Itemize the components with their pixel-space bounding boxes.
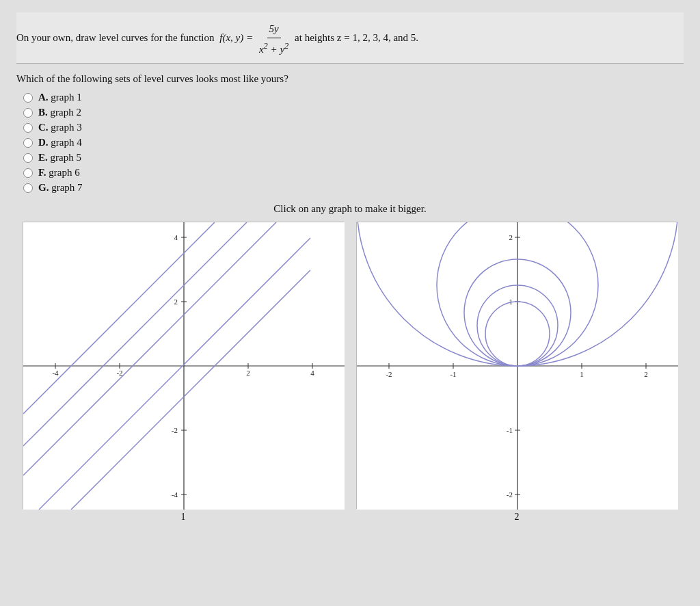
instruction-block: On your own, draw level curves for the f…	[16, 12, 684, 64]
svg-text:4: 4	[174, 233, 178, 241]
option-label-A: A. graph 1	[38, 92, 82, 103]
svg-text:-4: -4	[172, 490, 178, 499]
svg-text:-4: -4	[52, 369, 59, 377]
question-text: Which of the following sets of level cur…	[16, 73, 684, 85]
graphs-row: -4 -2 2 4 4 2 -2	[16, 222, 684, 523]
option-D[interactable]: D. graph 4	[23, 137, 684, 148]
graph2-wrapper: -2 -1 1 2 2 1 -1	[356, 222, 677, 523]
instruction-suffix: at heights z = 1, 2, 3, 4, and 5.	[295, 32, 418, 43]
option-label-D: D. graph 4	[38, 137, 82, 148]
graph1-container[interactable]: -4 -2 2 4 4 2 -2	[23, 222, 344, 509]
option-E[interactable]: E. graph 5	[23, 152, 684, 163]
radio-D[interactable]	[23, 138, 33, 148]
radio-B[interactable]	[23, 108, 33, 118]
click-instruction: Click on any graph to make it bigger.	[16, 203, 684, 215]
numerator: 5y	[267, 21, 281, 38]
radio-A[interactable]	[23, 93, 33, 103]
options-list: A. graph 1 B. graph 2 C. graph 3 D. grap…	[16, 92, 684, 194]
option-A[interactable]: A. graph 1	[23, 92, 684, 103]
svg-text:-2: -2	[386, 370, 392, 378]
radio-C[interactable]	[23, 123, 33, 133]
svg-text:2: 2	[644, 370, 648, 378]
graph2-container[interactable]: -2 -1 1 2 2 1 -1	[356, 222, 677, 509]
graph1-svg: -4 -2 2 4 4 2 -2	[23, 222, 345, 510]
graph1-label: 1	[23, 512, 344, 523]
graph2-svg: -2 -1 1 2 2 1 -1	[357, 222, 678, 510]
option-F[interactable]: F. graph 6	[23, 167, 684, 179]
option-label-B: B. graph 2	[38, 107, 81, 118]
svg-text:-2: -2	[172, 426, 178, 434]
svg-text:1: 1	[580, 370, 584, 378]
option-B[interactable]: B. graph 2	[23, 107, 684, 118]
svg-text:2: 2	[246, 369, 250, 377]
option-G[interactable]: G. graph 7	[23, 182, 684, 194]
svg-text:2: 2	[509, 233, 513, 241]
instruction-text: On your own, draw level curves for the f…	[16, 32, 418, 43]
svg-text:-1: -1	[450, 370, 456, 378]
option-label-G: G. graph 7	[38, 182, 83, 194]
denominator: x2 + y2	[257, 38, 291, 57]
svg-text:4: 4	[310, 369, 314, 377]
graph2-label: 2	[356, 512, 677, 523]
option-label-E: E. graph 5	[38, 152, 81, 163]
radio-F[interactable]	[23, 168, 33, 178]
radio-G[interactable]	[23, 183, 33, 193]
question-block: Which of the following sets of level cur…	[16, 73, 684, 194]
fraction: 5y x2 + y2	[257, 21, 291, 57]
function-notation: f(x, y) =	[219, 32, 256, 43]
instruction-prefix: On your own, draw level curves for the f…	[16, 32, 215, 43]
svg-text:2: 2	[174, 298, 178, 306]
svg-text:-2: -2	[116, 369, 122, 377]
svg-text:-1: -1	[507, 426, 513, 434]
option-label-F: F. graph 6	[38, 167, 80, 179]
option-label-C: C. graph 3	[38, 122, 82, 133]
svg-text:-2: -2	[507, 490, 513, 499]
option-C[interactable]: C. graph 3	[23, 122, 684, 133]
radio-E[interactable]	[23, 153, 33, 163]
graph1-wrapper: -4 -2 2 4 4 2 -2	[23, 222, 344, 523]
